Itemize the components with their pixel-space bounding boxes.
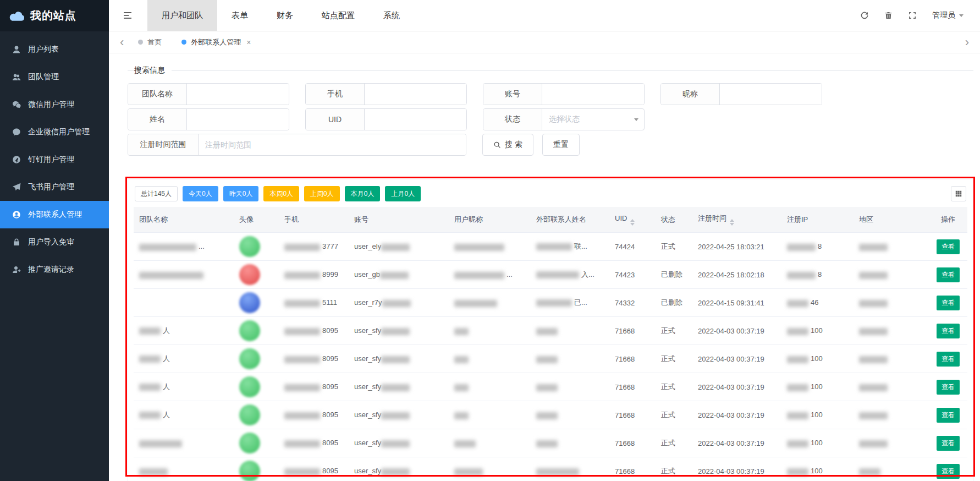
trash-icon[interactable]: [884, 11, 893, 20]
column-header-9: 注册IP: [781, 207, 854, 233]
phone-label: 手机: [306, 84, 365, 105]
column-header-1: 头像: [234, 207, 279, 233]
chevron-left-icon[interactable]: ‹: [117, 36, 127, 48]
avatar: [239, 292, 260, 313]
sidebar-item-label: 钉钉用户管理: [28, 155, 74, 165]
nav-tab-1[interactable]: 表单: [217, 0, 262, 31]
redacted-text: [284, 272, 320, 279]
uid-label: UID: [306, 109, 365, 130]
sidebar-item-label: 微信用户管理: [28, 100, 74, 110]
column-header-label: 操作: [941, 215, 955, 223]
redacted-text: [787, 356, 808, 363]
sidebar-item-label: 用户列表: [28, 45, 59, 54]
redacted-text: [284, 468, 320, 475]
column-header-6[interactable]: UID: [609, 207, 656, 233]
view-button[interactable]: 查看: [937, 380, 960, 395]
table-row: 8095user_sfy71668正式2022-04-03 00:37:1910…: [134, 457, 967, 481]
search-legend: 搜索信息: [134, 65, 172, 75]
name-field: 姓名: [128, 108, 289, 130]
view-button[interactable]: 查看: [937, 324, 960, 338]
site-title: 我的站点: [30, 8, 76, 23]
stat-button-2[interactable]: 昨天0人: [223, 186, 259, 201]
view-button[interactable]: 查看: [937, 352, 960, 367]
tab-label: 首页: [147, 37, 162, 47]
nav-tab-4[interactable]: 系统: [369, 0, 414, 31]
redacted-text: [536, 243, 572, 250]
redacted-text: [454, 384, 469, 391]
column-header-label: 外部联系人姓名: [536, 215, 586, 223]
search-button-label: 搜 索: [505, 140, 522, 150]
phone-field: 手机: [305, 83, 467, 105]
view-button[interactable]: 查看: [937, 436, 960, 451]
redacted-text: [536, 299, 572, 307]
page-tab-1[interactable]: 外部联系人管理×: [181, 37, 251, 47]
redacted-text: [381, 440, 410, 447]
stat-button-6[interactable]: 上月0人: [385, 186, 421, 201]
phone-input[interactable]: [365, 84, 466, 105]
nav-tab-3[interactable]: 站点配置: [307, 0, 369, 31]
redacted-text: [380, 272, 409, 279]
sidebar-item-0[interactable]: 用户列表: [0, 36, 109, 63]
page-tab-0[interactable]: 首页: [138, 37, 162, 47]
view-button[interactable]: 查看: [937, 239, 960, 254]
register-date-range-input[interactable]: [199, 134, 466, 155]
status-select[interactable]: 选择状态: [542, 109, 644, 130]
team-name-label: 团队名称: [128, 84, 187, 105]
fullscreen-icon[interactable]: [908, 11, 917, 20]
admin-menu[interactable]: 管理员: [932, 10, 964, 20]
contacts-icon: [12, 210, 21, 219]
stat-button-5[interactable]: 本月0人: [345, 186, 381, 201]
refresh-icon[interactable]: [860, 11, 869, 20]
column-header-8[interactable]: 注册时间: [692, 207, 781, 233]
search-button[interactable]: 搜 索: [482, 134, 533, 156]
reset-button[interactable]: 重置: [542, 134, 580, 156]
collapse-sidebar-icon[interactable]: [123, 11, 133, 20]
sidebar-item-3[interactable]: 企业微信用户管理: [0, 118, 109, 146]
view-button[interactable]: 查看: [937, 296, 960, 310]
team-name-input[interactable]: [187, 84, 289, 105]
stat-button-3[interactable]: 本周0人: [263, 186, 299, 201]
sidebar-item-1[interactable]: 团队管理: [0, 63, 109, 91]
status-cell: 正式: [656, 457, 692, 481]
uid-input[interactable]: [365, 109, 466, 130]
nickname-input[interactable]: [720, 84, 822, 105]
column-header-0: 团队名称: [134, 207, 234, 233]
reg-time-cell: 2022-04-03 00:37:19: [692, 317, 781, 345]
redacted-text: [284, 300, 320, 307]
nav-tab-2[interactable]: 财务: [262, 0, 307, 31]
sidebar-item-2[interactable]: 微信用户管理: [0, 91, 109, 118]
stat-button-0[interactable]: 总计145人: [135, 186, 178, 201]
user-icon: [12, 45, 21, 54]
sidebar-item-4[interactable]: 钉钉用户管理: [0, 146, 109, 173]
redacted-text: [381, 328, 410, 335]
redacted-text: [139, 244, 196, 251]
tab-close-icon[interactable]: ×: [246, 38, 251, 47]
name-input[interactable]: [187, 109, 289, 130]
stat-button-1[interactable]: 今天0人: [183, 186, 218, 201]
account-input[interactable]: [542, 84, 644, 105]
reg-time-cell: 2022-04-03 00:37:19: [692, 401, 781, 429]
view-button[interactable]: 查看: [937, 267, 960, 282]
chevron-right-icon[interactable]: ›: [962, 36, 972, 48]
sidebar-item-6[interactable]: 外部联系人管理: [0, 201, 109, 228]
redacted-text: [381, 356, 410, 363]
view-button[interactable]: 查看: [937, 464, 960, 479]
sidebar-item-8[interactable]: 推广邀请记录: [0, 256, 109, 283]
wework-icon: [12, 128, 21, 136]
redacted-text: [139, 272, 203, 279]
view-button[interactable]: 查看: [937, 408, 960, 423]
sidebar-item-5[interactable]: 飞书用户管理: [0, 173, 109, 201]
sidebar-item-7[interactable]: 用户导入免审: [0, 228, 109, 256]
uid-cell: 74423: [609, 261, 656, 289]
status-cell: 正式: [656, 373, 692, 401]
sidebar-item-label: 推广邀请记录: [28, 265, 74, 275]
redacted-text: [859, 384, 888, 391]
sort-icon[interactable]: [630, 219, 635, 226]
redacted-text: [139, 412, 161, 419]
stat-button-4[interactable]: 上周0人: [304, 186, 340, 201]
sort-icon[interactable]: [730, 219, 734, 226]
redacted-text: [454, 356, 469, 363]
nav-tab-0[interactable]: 用户和团队: [147, 0, 217, 31]
column-header-5: 外部联系人姓名: [531, 207, 609, 233]
column-settings-icon[interactable]: [951, 186, 966, 201]
